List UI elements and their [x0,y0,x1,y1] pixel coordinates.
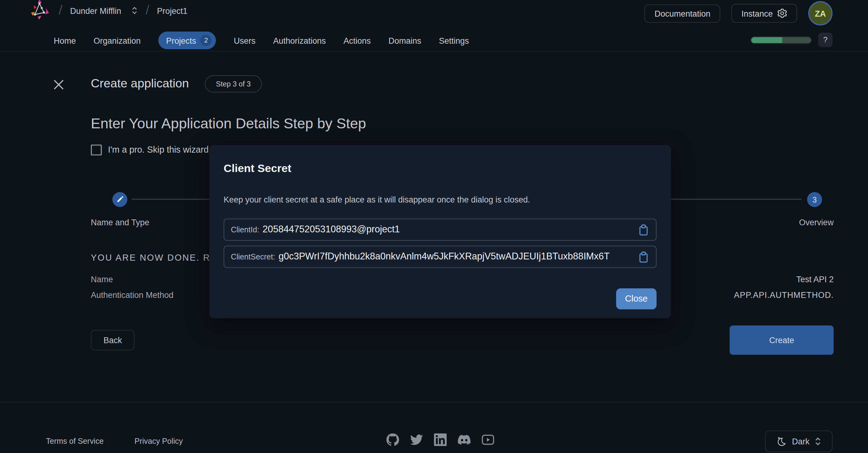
create-button[interactable]: Create [730,326,834,355]
top-header: / Dunder Mifflin / Project1 Documentatio… [0,0,868,27]
header-actions: Documentation Instance ZA [645,1,833,26]
progress-fill [751,37,782,43]
client-secret-dialog: Client Secret Keep your client secret at… [209,145,671,318]
step-indicator-pill: Step 3 of 3 [205,75,261,93]
progress-track [751,37,811,43]
breadcrumb-separator-2: / [146,2,149,18]
help-button[interactable]: ? [818,33,833,47]
nav-tab-settings[interactable]: Settings [439,36,469,45]
skip-wizard-label: I'm a pro. Skip this wizard. [108,145,211,155]
theme-chevrons-icon [814,437,822,446]
documentation-label: Documentation [654,9,710,18]
copy-client-id-button[interactable] [637,224,649,236]
done-banner-text: YOU ARE NOW DONE. R [91,253,211,263]
close-wizard-icon[interactable] [52,78,65,91]
youtube-icon[interactable] [482,433,494,446]
client-secret-field: ClientSecret: g0c3PWrI7fDyhhbu2k8a0nkvAn… [224,246,656,268]
main-nav: Home Organization Projects 2 Users Autho… [54,31,469,50]
instance-button[interactable]: Instance [731,4,797,23]
theme-selector[interactable]: Dark [765,430,832,452]
breadcrumb-project[interactable]: Project1 [157,6,187,15]
stepper-label-name-and-type: Name and Type [91,218,149,227]
dialog-description: Keep your client secret at a safe place … [224,195,530,204]
client-secret-label: ClientSecret: [231,252,275,261]
org-switcher[interactable]: Dunder Mifflin [70,6,121,15]
nav-tab-projects-label: Projects [166,36,196,45]
pencil-icon [116,196,123,203]
nav-tab-authorizations[interactable]: Authorizations [273,36,326,45]
documentation-button[interactable]: Documentation [645,4,720,22]
footer-divider [0,402,868,402]
stepper-label-overview: Overview [799,218,834,227]
wizard-heading: Enter Your Application Details Step by S… [91,115,366,132]
discord-icon[interactable] [458,433,470,446]
client-id-value: 205844752053108993@project1 [262,224,400,235]
summary-auth-label: Authentication Method [91,290,173,299]
privacy-policy-link[interactable]: Privacy Policy [134,437,183,446]
moon-icon [776,436,787,447]
page-title: Create application [91,76,189,91]
projects-count-badge: 2 [201,35,212,46]
clipboard-icon [638,224,649,235]
help-label: ? [823,35,827,44]
clipboard-icon [638,251,649,263]
app-root: / Dunder Mifflin / Project1 Documentatio… [0,0,868,453]
usage-progress-bar [750,36,812,44]
stepper-step3-number: 3 [812,195,816,204]
dialog-title: Client Secret [224,162,291,175]
nav-tab-organization[interactable]: Organization [94,36,141,45]
breadcrumb-separator: / [59,2,62,18]
back-button[interactable]: Back [91,330,135,351]
stepper-step3-circle[interactable]: 3 [807,192,822,207]
client-id-label: ClientId: [231,225,259,234]
summary-name-value: Test API 2 [796,274,834,284]
dialog-close-button[interactable]: Close [616,288,656,309]
linkedin-icon[interactable] [434,433,446,446]
instance-label: Instance [742,9,773,18]
social-links [386,433,494,446]
nav-divider [0,51,868,52]
nav-tab-domains[interactable]: Domains [389,36,421,45]
github-icon[interactable] [386,433,399,446]
nav-tab-projects[interactable]: Projects 2 [158,32,216,50]
terms-of-service-link[interactable]: Terms of Service [46,437,103,446]
skip-wizard-checkbox[interactable] [91,144,102,155]
summary-name-label: Name [91,274,113,284]
gear-icon [777,8,787,18]
org-switcher-chevrons-icon[interactable] [131,6,138,15]
twitter-icon[interactable] [410,433,423,446]
nav-tab-home[interactable]: Home [54,36,76,45]
theme-label: Dark [792,437,809,446]
copy-client-secret-button[interactable] [637,251,649,263]
app-logo-icon[interactable] [31,0,51,22]
client-id-field: ClientId: 205844752053108993@project1 [224,219,656,241]
summary-auth-value: APP.API.AUTHMETHOD. [734,290,834,299]
nav-tab-users[interactable]: Users [234,36,255,45]
avatar[interactable]: ZA [808,1,833,26]
stepper-step1-icon[interactable] [112,192,127,207]
nav-tab-actions[interactable]: Actions [343,36,371,45]
avatar-initials: ZA [815,9,826,18]
client-secret-value: g0c3PWrI7fDyhhbu2k8a0nkvAnlm4w5JkFkXRapj… [279,252,610,262]
breadcrumb: / Dunder Mifflin / Project1 [31,0,187,21]
